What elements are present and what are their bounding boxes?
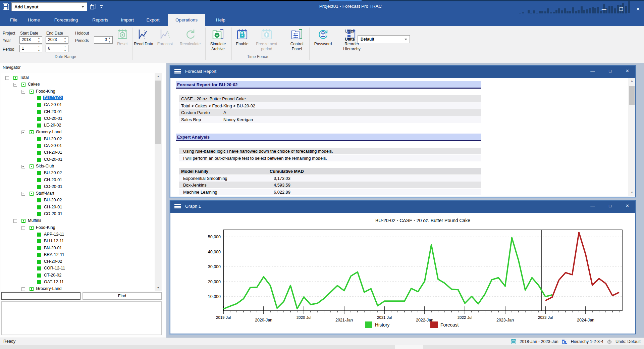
tab-help[interactable]: Help xyxy=(213,14,228,26)
tree-item-co-20-01[interactable]: CO-20-01 xyxy=(1,211,154,217)
tree-item-grocery-land[interactable]: Grocery-Land xyxy=(1,129,154,136)
read-data-button[interactable]: Read Data xyxy=(133,27,154,54)
tree-item-label[interactable]: BU-20-02 xyxy=(44,170,62,175)
tree-item-ca-20-01[interactable]: CA-20-01 xyxy=(1,102,154,108)
tree-item-bn-20-01[interactable]: BN-20-01 xyxy=(1,245,154,252)
tree-item-bra-12-11[interactable]: BRA-12-11 xyxy=(1,252,154,258)
tree-scrollbar[interactable]: ▲ ▼ xyxy=(155,73,162,291)
simulate-archive-button[interactable]: Simulate Archive xyxy=(207,27,229,54)
tree-item-label[interactable]: Sids-Club xyxy=(36,164,54,168)
tree-item-label[interactable]: APP-12-11 xyxy=(44,232,64,237)
tree-item-oat-12-11[interactable]: OAT-12-11 xyxy=(1,279,154,286)
reset-button[interactable]: Reset xyxy=(114,27,131,54)
tree-item-food-king[interactable]: Food-King xyxy=(1,225,154,231)
tree-item-bu-20-02[interactable]: BU-20-02 xyxy=(1,136,154,143)
expander-icon[interactable] xyxy=(21,287,25,291)
recalculate-button[interactable]: Recalculate xyxy=(177,27,203,54)
scroll-up-icon[interactable]: ▲ xyxy=(155,73,162,80)
tree-item-co-20-01[interactable]: CO-20-01 xyxy=(1,115,154,122)
tree-item-label[interactable]: Stuff-Mart xyxy=(36,191,54,196)
tree-item-label[interactable]: CT-20-02 xyxy=(44,273,61,278)
tree-item-muffins[interactable]: Muffins xyxy=(1,217,154,224)
layout-combobox[interactable]: Add Layout xyxy=(11,2,87,11)
tab-forecasting[interactable]: Forecasting xyxy=(50,14,82,26)
tree-item-label[interactable]: Grocery-Land xyxy=(36,130,61,134)
graph-window-titlebar[interactable]: Graph 1 — □ ✕ xyxy=(170,201,635,213)
password-button[interactable]: Password xyxy=(312,27,334,54)
tree-item-ca-20-01[interactable]: CA-20-01 xyxy=(1,143,154,149)
close-button[interactable]: ✕ xyxy=(636,6,640,13)
save-layout-icon[interactable] xyxy=(2,3,9,10)
tree-item-label[interactable]: CO-20-01 xyxy=(44,116,62,121)
enable-button[interactable]: Enable xyxy=(233,27,251,54)
qat-more-icon[interactable] xyxy=(99,4,103,9)
expander-icon[interactable] xyxy=(13,83,17,87)
navigator-tree[interactable]: TotalCakesFood-KingBU-20-02CA-20-01CH-20… xyxy=(1,73,164,291)
tree-item-label[interactable]: CH-20-01 xyxy=(44,205,62,209)
expander-icon[interactable] xyxy=(21,90,25,94)
expander-icon[interactable] xyxy=(21,192,25,196)
tree-item-label[interactable]: CH-20-01 xyxy=(44,178,62,182)
end-period-spinner[interactable]: 6 xyxy=(46,45,68,52)
tree-item-label[interactable]: CH-20-01 xyxy=(44,109,62,114)
restore-button[interactable]: ❐ xyxy=(619,6,624,13)
start-period-spinner[interactable]: 1 xyxy=(19,45,42,52)
tree-item-label[interactable]: BU-20-02 xyxy=(44,198,62,202)
tree-item-food-king[interactable]: Food-King xyxy=(1,88,154,95)
tree-item-label[interactable]: COR-12-11 xyxy=(44,266,65,270)
tree-item-label[interactable]: LE-20-02 xyxy=(44,123,61,128)
tree-item-label[interactable]: CH-20-02 xyxy=(44,259,62,264)
tree-item-le-20-02[interactable]: LE-20-02 xyxy=(1,122,154,129)
holdout-periods-spinner[interactable]: 0 xyxy=(94,36,113,44)
expander-icon[interactable] xyxy=(21,131,25,134)
tree-item-ch-20-01[interactable]: CH-20-01 xyxy=(1,109,154,115)
control-panel-button[interactable]: Control Panel xyxy=(286,27,307,54)
tree-item-sids-club[interactable]: Sids-Club xyxy=(1,163,154,170)
tree-item-ct-20-02[interactable]: CT-20-02 xyxy=(1,272,154,279)
tree-item-bu-20-02[interactable]: BU-20-02 xyxy=(1,197,154,204)
tree-item-label[interactable]: BN-20-01 xyxy=(44,246,62,250)
expander-icon[interactable] xyxy=(5,76,9,80)
tree-item-label[interactable]: CO-20-01 xyxy=(44,157,62,162)
tree-item-label[interactable]: Grocery-Land xyxy=(36,286,61,291)
tree-item-label[interactable]: CA-20-01 xyxy=(44,102,62,107)
tree-item-label[interactable]: BRA-12-11 xyxy=(44,252,64,257)
tree-item-ch-20-01[interactable]: CH-20-01 xyxy=(1,204,154,211)
tab-import[interactable]: Import xyxy=(119,14,136,26)
minimize-button[interactable]: — xyxy=(590,203,595,208)
new-window-icon[interactable] xyxy=(89,3,97,10)
tree-item-bu-20-02[interactable]: BU-20-02 xyxy=(1,95,154,102)
tree-item-label[interactable]: Food-King xyxy=(36,89,55,94)
tree-item-label[interactable]: CA-20-01 xyxy=(44,143,62,148)
maximize-button[interactable]: □ xyxy=(609,203,611,208)
minimize-button[interactable]: — xyxy=(602,6,606,13)
tree-item-ch-20-02[interactable]: CH-20-02 xyxy=(1,258,154,265)
tree-item-label[interactable]: Total xyxy=(20,75,29,80)
units-combobox[interactable]: Default xyxy=(358,35,410,43)
tree-item-label[interactable]: CO-20-01 xyxy=(44,211,62,216)
tree-item-label[interactable]: Muffins xyxy=(28,218,41,223)
scroll-thumb[interactable] xyxy=(155,81,161,144)
tree-item-grocery-land[interactable]: Grocery-Land xyxy=(1,286,154,291)
tree-item-ch-20-01[interactable]: CH-20-01 xyxy=(1,149,154,156)
tree-item-label[interactable]: CO-20-01 xyxy=(44,184,62,189)
tree-item-total[interactable]: Total xyxy=(1,74,154,81)
expander-icon[interactable] xyxy=(13,219,17,223)
close-button[interactable]: ✕ xyxy=(626,203,629,208)
tree-item-co-20-01[interactable]: CO-20-01 xyxy=(1,184,154,190)
tab-reports[interactable]: Reports xyxy=(90,14,111,26)
end-year-spinner[interactable]: 2023 xyxy=(46,36,68,44)
forecast-button[interactable]: Forecast xyxy=(154,27,176,54)
window-menu-icon[interactable] xyxy=(174,204,181,209)
tree-item-app-12-11[interactable]: APP-12-11 xyxy=(1,231,154,238)
search-input[interactable] xyxy=(1,292,80,300)
tree-item-label[interactable]: CH-20-01 xyxy=(44,150,62,155)
tree-item-bu-20-02[interactable]: BU-20-02 xyxy=(1,170,154,177)
tree-item-label[interactable]: BU-20-02 xyxy=(44,137,62,141)
tree-item-blu-12-11[interactable]: BLU-12-11 xyxy=(1,238,154,245)
expander-icon[interactable] xyxy=(21,165,25,168)
tab-export[interactable]: Export xyxy=(144,14,162,26)
tree-item-label[interactable]: OAT-12-11 xyxy=(44,280,64,284)
tree-item-cakes[interactable]: Cakes xyxy=(1,81,154,88)
find-button[interactable]: Find xyxy=(83,292,162,300)
